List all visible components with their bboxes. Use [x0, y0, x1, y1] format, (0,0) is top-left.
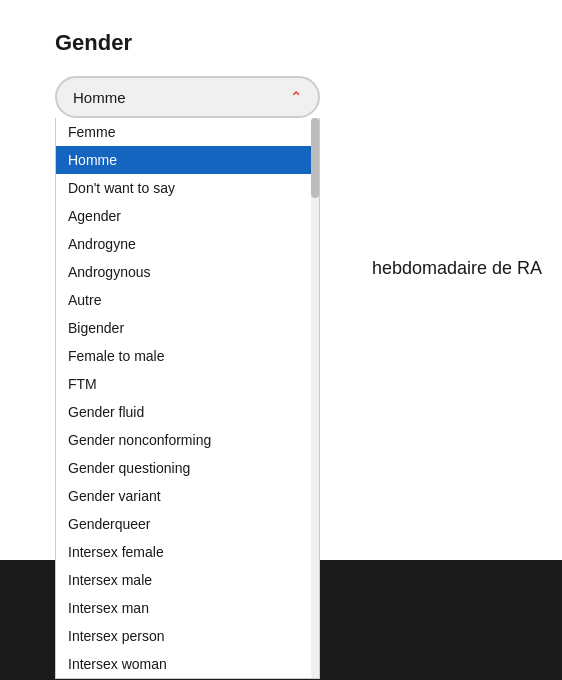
gender-section: Gender Homme ⌃ Femme Homme Don't want to…	[55, 30, 320, 118]
selected-value-label: Homme	[73, 89, 126, 106]
option-intersex-man[interactable]: Intersex man	[56, 594, 319, 622]
option-intersex-female[interactable]: Intersex female	[56, 538, 319, 566]
option-androgynous[interactable]: Androgynous	[56, 258, 319, 286]
option-autre[interactable]: Autre	[56, 286, 319, 314]
background-text: hebdomadaire de RA	[372, 258, 542, 279]
scrollbar-track	[311, 118, 319, 678]
option-gender-nonconforming[interactable]: Gender nonconforming	[56, 426, 319, 454]
dropdown-list: Femme Homme Don't want to say Agender An…	[55, 118, 320, 679]
option-bigender[interactable]: Bigender	[56, 314, 319, 342]
option-female-to-male[interactable]: Female to male	[56, 342, 319, 370]
option-genderqueer[interactable]: Genderqueer	[56, 510, 319, 538]
gender-select-trigger[interactable]: Homme ⌃	[55, 76, 320, 118]
chevron-up-icon: ⌃	[290, 89, 302, 105]
option-dont-want[interactable]: Don't want to say	[56, 174, 319, 202]
gender-title: Gender	[55, 30, 320, 56]
option-homme[interactable]: Homme	[56, 146, 319, 174]
option-ftm[interactable]: FTM	[56, 370, 319, 398]
option-gender-variant[interactable]: Gender variant	[56, 482, 319, 510]
option-androgyne[interactable]: Androgyne	[56, 230, 319, 258]
option-femme[interactable]: Femme	[56, 118, 319, 146]
option-intersex-woman[interactable]: Intersex woman	[56, 650, 319, 678]
option-intersex-person[interactable]: Intersex person	[56, 622, 319, 650]
scrollbar-thumb[interactable]	[311, 118, 319, 198]
option-gender-fluid[interactable]: Gender fluid	[56, 398, 319, 426]
page-container: Gender Homme ⌃ Femme Homme Don't want to…	[0, 0, 562, 680]
option-agender[interactable]: Agender	[56, 202, 319, 230]
option-intersex-male[interactable]: Intersex male	[56, 566, 319, 594]
option-gender-questioning[interactable]: Gender questioning	[56, 454, 319, 482]
